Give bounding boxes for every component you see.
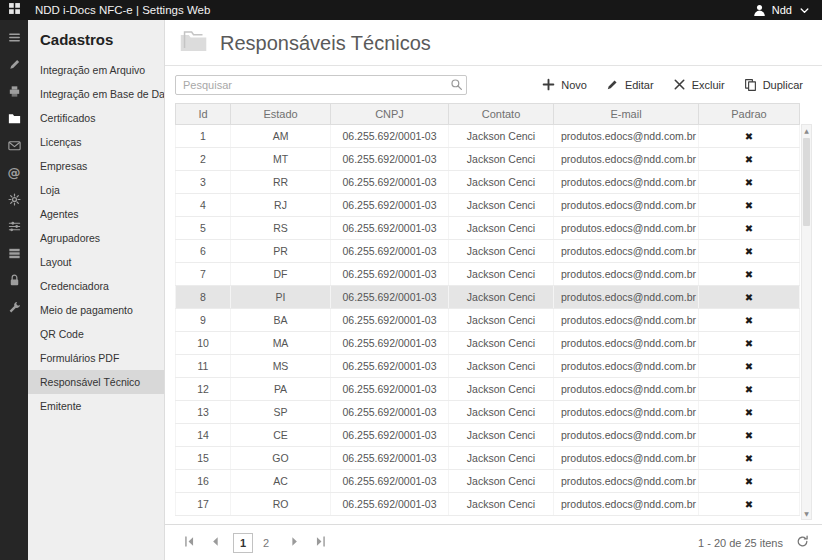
- cell-cnpj: 06.255.692/0001-03: [331, 240, 449, 263]
- cell-cnpj: 06.255.692/0001-03: [331, 424, 449, 447]
- cell-contato: Jackson Cenci: [449, 470, 554, 493]
- novo-button[interactable]: Novo: [532, 74, 596, 95]
- sidebar-item-integracao-em-arquivo[interactable]: Integração em Arquivo: [28, 58, 164, 82]
- cell-id: 14: [176, 424, 231, 447]
- cell-estado: SP: [231, 401, 331, 424]
- column-header-padrao[interactable]: Padrao: [699, 104, 800, 125]
- mail-icon[interactable]: [6, 137, 22, 153]
- sidebar-item-agentes[interactable]: Agentes: [28, 202, 164, 226]
- cell-estado: RS: [231, 217, 331, 240]
- table-row[interactable]: 13SP06.255.692/0001-03Jackson Cenciprodu…: [176, 401, 800, 424]
- cell-cnpj: 06.255.692/0001-03: [331, 355, 449, 378]
- pagination-bar: 12 1 - 20 de 25 itens: [165, 524, 822, 560]
- user-menu[interactable]: Ndd: [752, 3, 822, 18]
- cell-estado: PR: [231, 240, 331, 263]
- table-row[interactable]: 16AC06.255.692/0001-03Jackson Cenciprodu…: [176, 470, 800, 493]
- sidebar-item-layout[interactable]: Layout: [28, 250, 164, 274]
- search-button[interactable]: [449, 77, 464, 95]
- cell-cnpj: 06.255.692/0001-03: [331, 378, 449, 401]
- sidebar-item-agrupadores[interactable]: Agrupadores: [28, 226, 164, 250]
- table-row[interactable]: 5RS06.255.692/0001-03Jackson Cenciprodut…: [176, 217, 800, 240]
- sidebar-item-emitente[interactable]: Emitente: [28, 394, 164, 418]
- column-header-id[interactable]: Id: [176, 104, 231, 125]
- cell-email: produtos.edocs@ndd.com.br: [554, 148, 699, 171]
- duplicar-button[interactable]: Duplicar: [734, 74, 812, 95]
- printer-icon[interactable]: [6, 83, 22, 99]
- page-button-2[interactable]: 2: [256, 533, 276, 553]
- scrollbar-thumb[interactable]: [803, 138, 810, 226]
- table-row[interactable]: 17RO06.255.692/0001-03Jackson Cenciprodu…: [176, 493, 800, 516]
- menu-icon[interactable]: [6, 29, 22, 45]
- folder-icon[interactable]: [6, 110, 22, 126]
- cell-id: 15: [176, 447, 231, 470]
- refresh-icon: [795, 534, 810, 552]
- cell-id: 7: [176, 263, 231, 286]
- sidebar-item-credenciadora[interactable]: Credenciadora: [28, 274, 164, 298]
- stack-icon[interactable]: [6, 245, 22, 261]
- next-page-button[interactable]: [282, 531, 306, 555]
- pager-pages: 12: [233, 533, 276, 553]
- scrollbar-down-arrow[interactable]: ▼: [802, 508, 811, 519]
- sidebar-item-licencas[interactable]: Licenças: [28, 130, 164, 154]
- at-icon[interactable]: @: [6, 164, 22, 180]
- scrollbar-up-arrow[interactable]: ▲: [802, 125, 811, 136]
- excluir-button[interactable]: Excluir: [663, 74, 734, 95]
- table-row[interactable]: 9BA06.255.692/0001-03Jackson Cenciprodut…: [176, 309, 800, 332]
- table-scrollbar[interactable]: ▲ ▼: [801, 124, 812, 520]
- sidebar-item-formularios-pdf[interactable]: Formulários PDF: [28, 346, 164, 370]
- table-row[interactable]: 4RJ06.255.692/0001-03Jackson Cenciprodut…: [176, 194, 800, 217]
- column-header-cnpj[interactable]: CNPJ: [331, 104, 449, 125]
- cell-contato: Jackson Cenci: [449, 171, 554, 194]
- cell-padrao: ✖: [699, 148, 800, 171]
- editar-button[interactable]: Editar: [596, 74, 663, 95]
- icon-strip: @: [0, 20, 28, 560]
- cell-contato: Jackson Cenci: [449, 263, 554, 286]
- cell-padrao: ✖: [699, 332, 800, 355]
- first-page-button[interactable]: [177, 531, 201, 555]
- column-header-e-mail[interactable]: E-mail: [554, 104, 699, 125]
- table-row[interactable]: 11MS06.255.692/0001-03Jackson Cenciprodu…: [176, 355, 800, 378]
- cell-estado: RO: [231, 493, 331, 516]
- column-header-estado[interactable]: Estado: [231, 104, 331, 125]
- table-row[interactable]: 6PR06.255.692/0001-03Jackson Cenciprodut…: [176, 240, 800, 263]
- search-icon: [449, 77, 464, 95]
- last-page-button[interactable]: [308, 531, 332, 555]
- sidebar-item-loja[interactable]: Loja: [28, 178, 164, 202]
- pen-icon[interactable]: [6, 56, 22, 72]
- sidebar-item-integracao-em-base-de-dados[interactable]: Integração em Base de Dados: [28, 82, 164, 106]
- cell-id: 2: [176, 148, 231, 171]
- plus-icon: [541, 77, 556, 92]
- cell-cnpj: 06.255.692/0001-03: [331, 309, 449, 332]
- refresh-button[interactable]: [795, 534, 810, 552]
- prev-page-button[interactable]: [203, 531, 227, 555]
- page-button-1[interactable]: 1: [233, 533, 253, 553]
- table-row[interactable]: 2MT06.255.692/0001-03Jackson Cenciprodut…: [176, 148, 800, 171]
- search-input[interactable]: [175, 75, 467, 95]
- gear-icon[interactable]: [6, 191, 22, 207]
- cell-padrao: ✖: [699, 309, 800, 332]
- table-row[interactable]: 15GO06.255.692/0001-03Jackson Cenciprodu…: [176, 447, 800, 470]
- cell-contato: Jackson Cenci: [449, 493, 554, 516]
- table-row[interactable]: 14CE06.255.692/0001-03Jackson Cenciprodu…: [176, 424, 800, 447]
- table-row[interactable]: 3RR06.255.692/0001-03Jackson Cenciprodut…: [176, 171, 800, 194]
- cell-email: produtos.edocs@ndd.com.br: [554, 378, 699, 401]
- sidebar-item-responsavel-tecnico[interactable]: Responsável Técnico: [28, 370, 164, 394]
- table-row[interactable]: 8PI06.255.692/0001-03Jackson Cenciprodut…: [176, 286, 800, 309]
- wrench-icon[interactable]: [6, 299, 22, 315]
- sidebar-item-empresas[interactable]: Empresas: [28, 154, 164, 178]
- table-row[interactable]: 10MA06.255.692/0001-03Jackson Cenciprodu…: [176, 332, 800, 355]
- column-header-contato[interactable]: Contato: [449, 104, 554, 125]
- cell-contato: Jackson Cenci: [449, 447, 554, 470]
- sliders-icon[interactable]: [6, 218, 22, 234]
- cell-cnpj: 06.255.692/0001-03: [331, 217, 449, 240]
- table-row[interactable]: 7DF06.255.692/0001-03Jackson Cenciprodut…: [176, 263, 800, 286]
- cell-cnpj: 06.255.692/0001-03: [331, 125, 449, 148]
- lock-icon[interactable]: [6, 272, 22, 288]
- table-row[interactable]: 1AM06.255.692/0001-03Jackson Cenciprodut…: [176, 125, 800, 148]
- sidebar-item-certificados[interactable]: Certificados: [28, 106, 164, 130]
- table-row[interactable]: 12PA06.255.692/0001-03Jackson Cenciprodu…: [176, 378, 800, 401]
- app-launcher-button[interactable]: [0, 0, 28, 20]
- sidebar-item-meio-de-pagamento[interactable]: Meio de pagamento: [28, 298, 164, 322]
- main-content: Responsáveis Técnicos NovoEditarExcluirD…: [165, 20, 822, 560]
- sidebar-item-qr-code[interactable]: QR Code: [28, 322, 164, 346]
